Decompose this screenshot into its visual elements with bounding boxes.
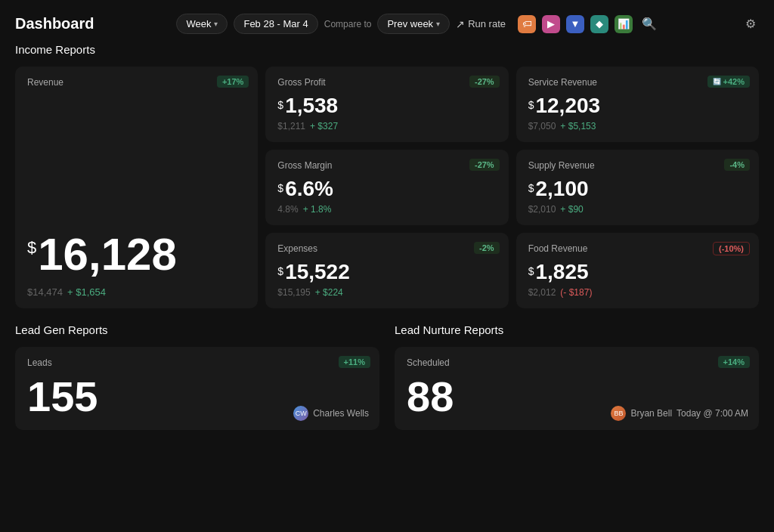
revenue-badge: +17%: [217, 76, 249, 88]
app-icon-teal[interactable]: ◆: [590, 15, 608, 33]
lead-gen-title: Lead Gen Reports: [15, 323, 379, 336]
service-revenue-sub: $7,050 + $5,153: [528, 121, 747, 131]
expenses-sub: $15,195 + $224: [277, 287, 496, 298]
week-arrow: ▾: [214, 20, 218, 28]
leads-card: Leads +11% 155 CW Charles Wells: [15, 347, 379, 430]
expenses-card: Expenses -2% $ 15,522 $15,195 + $224: [265, 233, 508, 308]
income-reports-section: Income Reports Revenue +17% $ 16,128 $14…: [15, 43, 759, 308]
gross-profit-number: 1,538: [285, 95, 338, 116]
expenses-prev: $15,195: [277, 287, 310, 298]
revenue-prev-value: $14,474: [27, 286, 63, 298]
leads-label: Leads: [27, 357, 367, 368]
leads-user-avatar: CW: [293, 406, 308, 421]
service-revenue-number: 12,203: [535, 95, 600, 116]
food-revenue-currency: $: [528, 265, 534, 277]
run-rate-label: Run rate: [468, 18, 506, 29]
leads-user-name: Charles Wells: [313, 408, 369, 419]
app-icons: 🏷 ▶ ▼ ◆ 📊: [518, 15, 633, 33]
service-revenue-badge: 🔄 +42%: [707, 76, 750, 88]
expenses-value: $ 15,522: [277, 261, 496, 283]
gross-margin-value: $ 6.6%: [277, 178, 496, 200]
revenue-label: Revenue: [27, 77, 246, 88]
header-title: Dashboard: [15, 15, 94, 32]
scheduled-user-avatar: BB: [611, 406, 626, 421]
compare-text: Compare to: [324, 19, 372, 29]
header-controls: Week ▾ Feb 28 - Mar 4 Compare to Prev we…: [176, 14, 660, 34]
gross-margin-card: Gross Margin -27% $ 6.6% 4.8% + 1.8%: [265, 150, 508, 225]
service-revenue-prev: $7,050: [528, 121, 556, 131]
supply-revenue-card: Supply Revenue -4% $ 2,100 $2,010 + $90: [516, 150, 759, 225]
scheduled-card: Scheduled +14% 88 BB Bryan Bell Today @ …: [395, 347, 759, 430]
lead-nurture-section: Lead Nurture Reports Scheduled +14% 88 B…: [395, 323, 759, 430]
main-content: Income Reports Revenue +17% $ 16,128 $14…: [0, 43, 774, 430]
revenue-card: Revenue +17% $ 16,128 $14,474 + $1,654: [15, 66, 258, 308]
supply-revenue-number: 2,100: [535, 178, 588, 200]
supply-revenue-label: Supply Revenue: [528, 160, 747, 171]
expenses-currency: $: [277, 265, 283, 277]
bottom-sections: Lead Gen Reports Leads +11% 155 CW Charl…: [15, 323, 759, 430]
supply-revenue-delta: + $90: [560, 204, 583, 215]
supply-revenue-sub: $2,010 + $90: [528, 204, 747, 215]
gross-margin-sub: 4.8% + 1.8%: [277, 204, 496, 215]
food-revenue-number: 1,825: [535, 261, 588, 283]
app-icon-green[interactable]: 📊: [615, 15, 633, 33]
run-rate-button[interactable]: ↗ Run rate: [456, 18, 506, 30]
gross-profit-currency: $: [277, 99, 283, 111]
supply-revenue-prev: $2,010: [528, 204, 556, 215]
week-label: Week: [186, 18, 211, 29]
date-range-label: Feb 28 - Mar 4: [243, 18, 308, 29]
revenue-values: $ 16,128 $14,474 + $1,654: [27, 209, 246, 298]
leads-badge: +11%: [339, 356, 370, 368]
gross-margin-label: Gross Margin: [277, 160, 496, 171]
header: Dashboard Week ▾ Feb 28 - Mar 4 Compare …: [0, 0, 774, 43]
service-revenue-icon: 🔄: [713, 78, 721, 85]
service-revenue-delta: + $5,153: [560, 121, 596, 131]
expenses-badge: -2%: [474, 242, 500, 254]
income-grid: Revenue +17% $ 16,128 $14,474 + $1,654 G…: [15, 66, 759, 308]
revenue-big-value: $ 16,128: [27, 232, 246, 277]
gross-margin-currency: $: [277, 182, 283, 194]
supply-revenue-value: $ 2,100: [528, 178, 747, 200]
food-revenue-card: Food Revenue (-10%) $ 1,825 $2,012 (- $1…: [516, 233, 759, 308]
expenses-number: 15,522: [285, 261, 350, 283]
supply-revenue-currency: $: [528, 182, 534, 194]
search-button[interactable]: 🔍: [639, 15, 660, 32]
scheduled-time: Today @ 7:00 AM: [676, 408, 748, 419]
expenses-delta: + $224: [315, 287, 343, 298]
lead-gen-section: Lead Gen Reports Leads +11% 155 CW Charl…: [15, 323, 379, 430]
revenue-currency: $: [27, 238, 36, 258]
gross-profit-value: $ 1,538: [277, 95, 496, 116]
expenses-label: Expenses: [277, 243, 496, 254]
gross-margin-number: 6.6%: [285, 178, 333, 200]
service-revenue-card: Service Revenue 🔄 +42% $ 12,203 $7,050 +…: [516, 66, 759, 142]
prev-week-selector[interactable]: Prev week ▾: [377, 14, 450, 34]
gross-profit-badge: -27%: [469, 76, 500, 88]
prev-week-label: Prev week: [387, 18, 433, 29]
gross-profit-card: Gross Profit -27% $ 1,538 $1,211 + $327: [265, 66, 508, 142]
date-range-selector[interactable]: Feb 28 - Mar 4: [234, 14, 317, 34]
service-revenue-currency: $: [528, 99, 534, 111]
app-icon-blue[interactable]: ▼: [566, 15, 584, 33]
gross-profit-prev: $1,211: [277, 121, 305, 131]
gross-profit-delta: + $327: [310, 121, 338, 131]
app-icon-orange[interactable]: 🏷: [518, 15, 536, 33]
revenue-prev-row: $14,474 + $1,654: [27, 286, 246, 298]
run-rate-icon: ↗: [456, 18, 465, 30]
revenue-number: 16,128: [38, 232, 177, 277]
food-revenue-prev: $2,012: [528, 287, 556, 298]
scheduled-user-name: Bryan Bell: [630, 408, 672, 419]
gross-profit-label: Gross Profit: [277, 77, 496, 88]
gross-profit-sub: $1,211 + $327: [277, 121, 496, 131]
gross-margin-prev: 4.8%: [277, 204, 298, 215]
food-revenue-value: $ 1,825: [528, 261, 747, 283]
settings-button[interactable]: ⚙: [742, 15, 759, 32]
food-revenue-badge: (-10%): [713, 242, 750, 255]
supply-revenue-badge: -4%: [724, 159, 750, 171]
food-revenue-sub: $2,012 (- $187): [528, 287, 747, 298]
service-revenue-value: $ 12,203: [528, 95, 747, 116]
app-icon-pink[interactable]: ▶: [542, 15, 560, 33]
leads-user-info: CW Charles Wells: [293, 406, 369, 421]
prev-week-arrow: ▾: [436, 20, 440, 28]
lead-nurture-title: Lead Nurture Reports: [395, 323, 759, 336]
week-selector[interactable]: Week ▾: [176, 14, 228, 34]
